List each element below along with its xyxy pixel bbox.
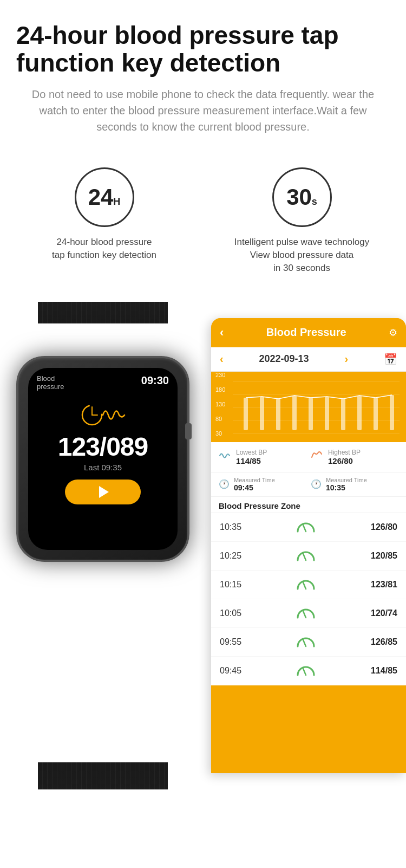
watch-icon-area [78, 396, 127, 429]
bp-reading: 120/74 [359, 608, 397, 618]
app-date: 2022-09-13 [259, 353, 309, 365]
feature-30s: 30s Intelligent pulse wave technology Vi… [208, 167, 395, 274]
time-label-2: Measured Time [326, 477, 367, 483]
feature-desc-30s: Intelligent pulse wave technology View b… [234, 236, 370, 274]
bp-reading: 126/80 [359, 522, 397, 532]
gauge-icon [295, 521, 317, 534]
app-title: Blood Pressure [224, 326, 389, 339]
wave-low-icon [219, 451, 232, 463]
watch-body: Blood pressure 09:30 1 [16, 356, 189, 562]
feature-desc-24h: 24-hour blood pressure tap function key … [52, 236, 156, 262]
bp-row: 10:05 120/74 [211, 599, 406, 628]
app-date-row: ‹ 2022-09-13 › 📅 [211, 347, 406, 372]
watch-band-top [38, 302, 168, 323]
wave-high-icon [311, 451, 324, 463]
app-settings-icon[interactable]: ⚙ [389, 327, 397, 339]
svg-line-19 [303, 554, 306, 560]
bp-reading: 120/85 [359, 551, 397, 561]
stat-highest-label: Highest BP [328, 449, 361, 456]
svg-line-18 [303, 525, 306, 532]
svg-line-21 [303, 611, 306, 618]
watch-top-row: Blood pressure 09:30 [37, 374, 169, 391]
svg-rect-9 [260, 397, 264, 430]
app-chart: 230 180 130 80 30 [211, 372, 406, 442]
feature-value-24h: 24H [88, 186, 121, 209]
time-value-1: 09:45 [234, 483, 275, 492]
svg-rect-13 [325, 397, 329, 430]
watch-wrapper: Blood pressure 09:30 1 [0, 313, 227, 779]
svg-rect-12 [309, 398, 313, 430]
watch-app-section: Blood pressure 09:30 1 [0, 302, 406, 789]
bp-zone-label: Blood Pressure Zone [211, 497, 406, 513]
bp-row: 10:25 120/85 [211, 542, 406, 571]
svg-line-20 [303, 582, 306, 589]
chart-y-80: 80 [215, 416, 225, 422]
time-info-1: Measured Time 09:45 [234, 477, 275, 492]
feature-circle-30s: 30s [272, 167, 332, 227]
stat-highest: Highest BP 126/80 [311, 449, 398, 465]
svg-rect-10 [276, 399, 280, 430]
chart-y-230: 230 [215, 372, 225, 378]
time-value-2: 10:35 [326, 483, 367, 492]
app-panel: ‹ Blood Pressure ⚙ ‹ 2022-09-13 › 📅 230 … [211, 318, 406, 773]
feature-24h: 24H 24-hour blood pressure tap function … [11, 167, 198, 274]
bp-time: 10:15 [220, 580, 252, 590]
watch-side-button[interactable] [185, 423, 192, 439]
time-item-1: 🕐 Measured Time 09:45 [219, 477, 306, 492]
gauge-icon [295, 664, 317, 677]
app-prev-date[interactable]: ‹ [220, 353, 224, 365]
gauge-icon [295, 549, 317, 562]
bp-row: 09:55 126/85 [211, 628, 406, 657]
clock-icon-2: 🕐 [311, 479, 322, 489]
svg-rect-8 [244, 398, 248, 430]
svg-line-23 [303, 669, 306, 675]
svg-rect-15 [357, 396, 362, 430]
bp-row: 09:45 114/85 [211, 657, 406, 685]
gauge-icon [295, 607, 317, 620]
watch-band-bottom [38, 762, 168, 789]
stat-lowest-label: Lowest BP [236, 449, 267, 456]
bp-reading: 123/81 [359, 580, 397, 590]
watch-bp-label: Blood pressure [37, 374, 64, 391]
main-title: 24-hour blood pressure tap function key … [16, 22, 390, 76]
bp-reading: 126/85 [359, 637, 397, 647]
svg-rect-17 [390, 395, 394, 430]
subtitle: Do not need to use mobile phone to check… [16, 86, 390, 135]
features-row: 24H 24-hour blood pressure tap function … [0, 146, 406, 285]
calendar-icon[interactable]: 📅 [384, 353, 397, 366]
chart-y-130: 130 [215, 401, 225, 407]
chart-y-labels: 230 180 130 80 30 [215, 372, 225, 437]
stat-lowest-value: 114/85 [236, 456, 267, 465]
bp-list: 10:35 126/80 10:25 120/85 10:15 123/81 1… [211, 513, 406, 685]
app-back-button[interactable]: ‹ [220, 326, 224, 340]
watch-bp-value: 123/089 [58, 432, 148, 462]
chart-svg [233, 376, 400, 441]
feature-circle-24h: 24H [75, 167, 134, 227]
app-header: ‹ Blood Pressure ⚙ [211, 318, 406, 347]
stat-lowest: Lowest BP 114/85 [219, 449, 306, 465]
app-next-date[interactable]: › [344, 353, 348, 365]
clock-icon-1: 🕐 [219, 479, 230, 489]
time-label-1: Measured Time [234, 477, 275, 483]
chart-y-30: 30 [215, 430, 225, 437]
svg-rect-11 [292, 396, 297, 430]
header-section: 24-hour blood pressure tap function key … [0, 0, 406, 146]
stat-lowest-info: Lowest BP 114/85 [236, 449, 267, 465]
svg-line-22 [303, 640, 306, 646]
gauge-icon [295, 636, 317, 649]
watch-last-row: Last 09:35 [84, 463, 122, 472]
bp-time: 09:45 [220, 666, 252, 676]
watch-play-button[interactable] [65, 480, 141, 504]
bp-row: 10:35 126/80 [211, 513, 406, 542]
stat-highest-value: 126/80 [328, 456, 361, 465]
chart-y-180: 180 [215, 386, 225, 393]
svg-rect-14 [341, 399, 345, 430]
feature-value-30s: 30s [286, 186, 317, 209]
app-stats: Lowest BP 114/85 Highest BP 126/80 [211, 442, 406, 472]
bp-time: 10:25 [220, 551, 252, 561]
gauge-icon [295, 578, 317, 591]
watch-time: 09:30 [141, 374, 169, 391]
time-item-2: 🕐 Measured Time 10:35 [311, 477, 398, 492]
bp-row: 10:15 123/81 [211, 571, 406, 599]
bp-reading: 114/85 [359, 666, 397, 676]
